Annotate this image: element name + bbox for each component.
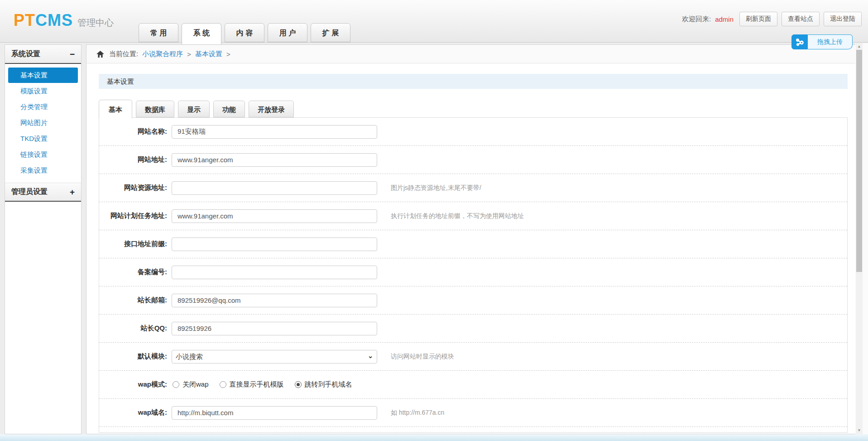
tab-open-login[interactable]: 开放登录 bbox=[249, 101, 294, 117]
cron-task-url-input[interactable] bbox=[172, 209, 377, 223]
icp-number-input[interactable] bbox=[172, 266, 377, 279]
username-link[interactable]: admin bbox=[715, 15, 734, 23]
form-row: 网站地址: bbox=[99, 146, 847, 174]
sidebar-item-template-settings[interactable]: 模版设置 bbox=[8, 83, 78, 99]
drag-upload-widget[interactable]: 拖拽上传 bbox=[791, 34, 853, 49]
breadcrumb-link-basic-settings[interactable]: 基本设置 bbox=[195, 50, 222, 58]
sidebar-item-list: 基本设置 模版设置 分类管理 网站图片 TKD设置 链接设置 采集设置 bbox=[5, 64, 81, 183]
drag-upload-label: 拖拽上传 bbox=[808, 34, 853, 49]
footer-bar bbox=[0, 434, 868, 441]
main-content: 当前位置: 小说聚合程序 > 基本设置 > 基本设置 基本 数据库 显示 功能 … bbox=[86, 44, 856, 434]
breadcrumb-link-program[interactable]: 小说聚合程序 bbox=[142, 50, 183, 58]
logo-suffix-text: 管理中心 bbox=[77, 17, 114, 29]
webmaster-email-input[interactable] bbox=[172, 294, 377, 307]
radio-option-wap-off[interactable]: 关闭wap bbox=[173, 380, 209, 389]
field-hint: 访问网站时显示的模块 bbox=[391, 353, 454, 361]
field-label: 站长邮箱: bbox=[99, 296, 167, 305]
main-nav: 常 用 系 统 内 容 用 户 扩 展 bbox=[139, 23, 350, 44]
form-row: 备案编号: bbox=[99, 258, 847, 286]
nav-tab-extend[interactable]: 扩 展 bbox=[311, 23, 350, 42]
scrollbar[interactable]: ▲ ▼ bbox=[855, 43, 868, 434]
radio-checked-icon bbox=[295, 381, 302, 388]
nav-tab-user[interactable]: 用 户 bbox=[268, 23, 307, 42]
app-logo: PTCMS 管理中心 bbox=[14, 11, 114, 30]
field-label: 默认模块: bbox=[99, 352, 167, 361]
sidebar-item-link-settings[interactable]: 链接设置 bbox=[8, 147, 78, 162]
welcome-label: 欢迎回来: bbox=[682, 15, 711, 24]
collapse-icon[interactable]: − bbox=[70, 50, 75, 58]
resource-url-input[interactable] bbox=[172, 181, 377, 195]
settings-form: 网站名称: 网站地址: 网站资源地址: 图片js静态资源地址,末尾不要带/ 网站… bbox=[99, 117, 848, 433]
sidebar-section-title: 系统设置 bbox=[11, 49, 40, 59]
api-prefix-input[interactable] bbox=[172, 237, 377, 251]
field-hint: 图片js静态资源地址,末尾不要带/ bbox=[391, 184, 481, 192]
breadcrumb: 当前位置: 小说聚合程序 > 基本设置 > bbox=[86, 45, 855, 63]
webmaster-qq-input[interactable] bbox=[172, 322, 377, 335]
form-row: 站长QQ: bbox=[99, 315, 847, 343]
sidebar-item-site-images[interactable]: 网站图片 bbox=[8, 115, 78, 131]
tab-display[interactable]: 显示 bbox=[178, 101, 210, 117]
radio-label: 直接显示手机模版 bbox=[230, 380, 284, 389]
form-row: 网站资源地址: 图片js静态资源地址,末尾不要带/ bbox=[99, 174, 847, 202]
field-label: 站长QQ: bbox=[99, 324, 167, 333]
sidebar-item-collect-settings[interactable]: 采集设置 bbox=[8, 163, 78, 178]
expand-icon[interactable]: + bbox=[70, 188, 75, 196]
form-row: 站长邮箱: bbox=[99, 286, 847, 315]
field-label: 网站资源地址: bbox=[99, 184, 167, 192]
logout-button[interactable]: 退出登陆 bbox=[824, 12, 862, 26]
tab-function[interactable]: 功能 bbox=[213, 101, 245, 117]
page-title: 基本设置 bbox=[99, 74, 848, 89]
scroll-down-icon[interactable]: ▼ bbox=[856, 427, 863, 434]
header-actions: 欢迎回来: admin 刷新页面 查看站点 退出登陆 bbox=[682, 12, 862, 26]
tab-basic[interactable]: 基本 bbox=[99, 100, 132, 118]
form-row: 默认模块: 小说搜索 ⌄ 访问网站时显示的模块 bbox=[99, 343, 847, 371]
home-icon bbox=[96, 51, 104, 58]
field-label: wap域名: bbox=[99, 408, 167, 417]
form-row: 接口地址前缀: bbox=[99, 230, 847, 258]
sidebar-item-tkd-settings[interactable]: TKD设置 bbox=[8, 131, 78, 146]
sidebar-section-system-settings[interactable]: 系统设置 − bbox=[5, 45, 81, 64]
default-module-select-input[interactable]: 小说搜索 bbox=[172, 350, 377, 363]
sidebar-section-title: 管理员设置 bbox=[11, 187, 48, 197]
form-row: 网站计划任务地址: 执行计划任务的地址前缀，不写为使用网站地址 bbox=[99, 202, 847, 230]
breadcrumb-label: 当前位置: bbox=[109, 50, 138, 58]
field-label: 网站地址: bbox=[99, 155, 167, 164]
sidebar-item-category-management[interactable]: 分类管理 bbox=[8, 99, 78, 115]
field-hint: 如 http://m.677a.cn bbox=[391, 409, 444, 417]
form-row: wap域名: 如 http://m.677a.cn bbox=[99, 399, 847, 427]
wap-domain-input[interactable] bbox=[172, 406, 377, 420]
radio-label: 跳转到手机域名 bbox=[305, 380, 352, 389]
settings-tabs: 基本 数据库 显示 功能 开放登录 bbox=[99, 101, 294, 117]
nav-tab-content[interactable]: 内 容 bbox=[225, 23, 264, 42]
radio-unchecked-icon bbox=[173, 381, 179, 388]
field-label: 网站计划任务地址: bbox=[99, 212, 167, 220]
app-header: PTCMS 管理中心 欢迎回来: admin 刷新页面 查看站点 退出登陆 常 … bbox=[0, 0, 868, 43]
scroll-up-icon[interactable]: ▲ bbox=[856, 44, 863, 50]
default-module-select[interactable]: 小说搜索 ⌄ bbox=[172, 350, 377, 363]
refresh-page-button[interactable]: 刷新页面 bbox=[739, 12, 777, 26]
form-row: wap模式: 关闭wap 直接显示手机模版 跳转到手机域名 bbox=[99, 371, 847, 399]
sidebar-item-basic-settings[interactable]: 基本设置 bbox=[8, 68, 78, 83]
scroll-thumb[interactable] bbox=[856, 50, 862, 272]
sidebar-section-admin-settings[interactable]: 管理员设置 + bbox=[5, 183, 81, 202]
tab-database[interactable]: 数据库 bbox=[136, 101, 174, 117]
radio-unchecked-icon bbox=[220, 381, 226, 388]
logo-cms-text: CMS bbox=[35, 11, 73, 30]
sidebar: 系统设置 − 基本设置 模版设置 分类管理 网站图片 TKD设置 链接设置 采集… bbox=[5, 44, 82, 434]
field-label: 网站名称: bbox=[99, 127, 167, 136]
nav-tab-system[interactable]: 系 统 bbox=[182, 23, 221, 44]
scrollbar-track[interactable]: ▲ ▼ bbox=[856, 43, 863, 434]
view-site-button[interactable]: 查看站点 bbox=[782, 12, 820, 26]
radio-option-wap-domain[interactable]: 跳转到手机域名 bbox=[295, 380, 352, 389]
site-name-input[interactable] bbox=[172, 125, 377, 139]
breadcrumb-separator: > bbox=[226, 50, 230, 58]
nav-tab-common[interactable]: 常 用 bbox=[139, 23, 178, 42]
logo-pt-text: PT bbox=[14, 11, 35, 30]
breadcrumb-separator: > bbox=[187, 50, 191, 58]
cloud-share-icon bbox=[791, 34, 808, 49]
field-label: wap模式: bbox=[99, 380, 167, 389]
radio-option-wap-template[interactable]: 直接显示手机模版 bbox=[220, 380, 284, 389]
form-row: 网站名称: bbox=[99, 118, 847, 146]
site-url-input[interactable] bbox=[172, 153, 377, 167]
wap-mode-radio-group: 关闭wap 直接显示手机模版 跳转到手机域名 bbox=[173, 380, 363, 389]
